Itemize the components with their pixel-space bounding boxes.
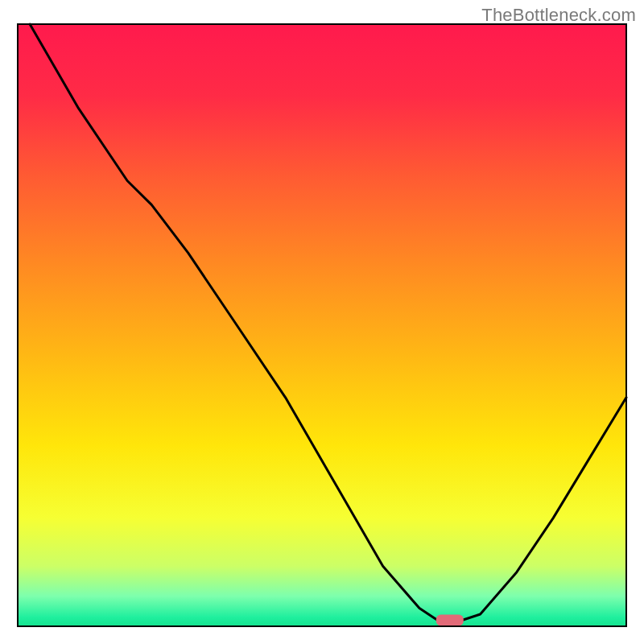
watermark-text: TheBottleneck.com — [481, 5, 636, 26]
optimal-marker — [436, 615, 464, 626]
plot-background — [18, 24, 626, 626]
chart-svg — [0, 0, 644, 644]
chart-container: TheBottleneck.com — [0, 0, 644, 644]
